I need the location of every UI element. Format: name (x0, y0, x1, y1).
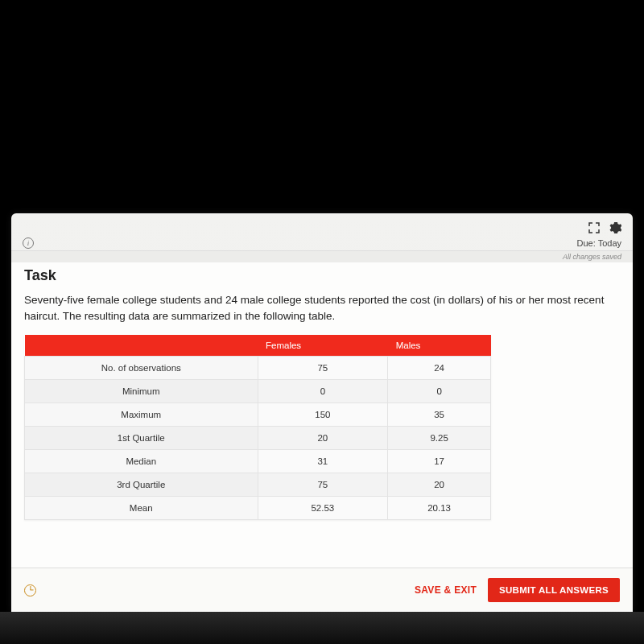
footer-actions: SAVE & EXIT SUBMIT ALL ANSWERS (415, 578, 620, 602)
cell-value: 20 (388, 473, 491, 497)
task-heading: Task (24, 267, 620, 284)
row-label: 1st Quartile (25, 427, 258, 450)
info-bar: i Due: Today (11, 237, 633, 250)
table-row: Minimum 0 0 (25, 380, 491, 403)
row-label: Median (25, 450, 258, 473)
col-males: Males (388, 335, 491, 357)
clock-icon[interactable] (24, 584, 36, 597)
row-label: Mean (25, 497, 258, 520)
cell-value: 17 (388, 450, 491, 473)
main-content: Task Seventy-five female college student… (11, 262, 633, 568)
table-row: Maximum 150 35 (25, 403, 491, 427)
cell-value: 20 (258, 427, 388, 450)
cell-value: 75 (258, 357, 388, 380)
row-label: Minimum (25, 380, 258, 403)
submit-all-button[interactable]: SUBMIT ALL ANSWERS (488, 578, 620, 602)
autosave-status: All changes saved (11, 250, 633, 262)
gear-icon[interactable] (609, 221, 621, 234)
table-row: 1st Quartile 20 9.25 (25, 427, 491, 450)
cell-value: 31 (258, 450, 388, 473)
col-females: Females (258, 335, 388, 357)
save-exit-button[interactable]: SAVE & EXIT (415, 584, 477, 596)
task-prompt: Seventy-five female college students and… (24, 292, 620, 324)
table-row: Mean 52.53 20.13 (25, 497, 491, 520)
footer-bar: SAVE & EXIT SUBMIT ALL ANSWERS (11, 568, 633, 612)
col-blank (25, 335, 258, 357)
row-label: 3rd Quartile (25, 473, 258, 497)
row-label: No. of observations (25, 357, 258, 380)
row-label: Maximum (25, 403, 258, 427)
window-toolbar (11, 213, 633, 237)
summary-table: Females Males No. of observations 75 24 … (24, 335, 491, 520)
fullscreen-icon[interactable] (588, 221, 601, 234)
cell-value: 75 (258, 473, 388, 497)
laptop-base (0, 612, 644, 644)
cell-value: 35 (388, 403, 491, 427)
table-row: No. of observations 75 24 (25, 357, 491, 380)
cell-value: 150 (258, 403, 388, 427)
app-window: i Due: Today All changes saved Task Seve… (11, 213, 633, 612)
cell-value: 0 (388, 380, 491, 403)
cell-value: 52.53 (258, 497, 388, 520)
table-header-row: Females Males (25, 335, 491, 357)
info-icon[interactable]: i (23, 237, 34, 249)
cell-value: 24 (388, 357, 491, 380)
table-row: 3rd Quartile 75 20 (25, 473, 491, 497)
table-row: Median 31 17 (25, 450, 491, 473)
cell-value: 9.25 (388, 427, 491, 450)
due-label: Due: Today (577, 238, 621, 248)
cell-value: 20.13 (388, 497, 491, 520)
cell-value: 0 (258, 380, 388, 403)
